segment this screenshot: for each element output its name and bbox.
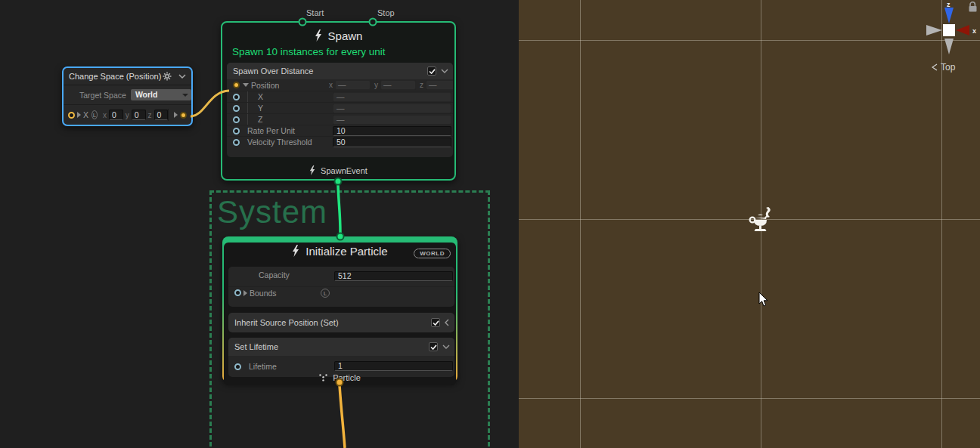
position-row: Position x — y — z — [227, 79, 453, 91]
initialize-output-port[interactable] [336, 378, 344, 387]
position-z-row: Z — [227, 113, 453, 125]
y-input-port[interactable] [233, 105, 240, 112]
chevron-down-icon[interactable] [442, 344, 450, 350]
grid-line [519, 40, 980, 41]
divider [168, 109, 169, 121]
gizmo-z-axis-cone[interactable] [944, 8, 954, 23]
bounds-row: Bounds L [228, 286, 454, 298]
initialize-input-port[interactable] [336, 233, 345, 241]
gizmo-down-cone[interactable] [944, 39, 954, 54]
capacity-field[interactable]: 512 [334, 271, 453, 281]
capacity-row: Capacity 512 [228, 267, 454, 279]
expand-caret-icon[interactable] [77, 112, 81, 118]
gizmo-left-cone[interactable] [926, 25, 942, 36]
view-mode-label[interactable]: Top [932, 62, 955, 73]
dropdown-arrow-icon [182, 94, 188, 97]
position-x-row: X — [227, 91, 453, 102]
gizmo-center-cube[interactable] [943, 24, 955, 36]
scene-viewport[interactable]: z x Top [519, 0, 980, 448]
chevron-left-icon[interactable] [445, 319, 450, 326]
target-space-label: Target Space [79, 91, 126, 100]
change-space-title-bar[interactable]: Change Space (Position) [64, 68, 191, 85]
collapse-chevron-icon[interactable] [178, 74, 186, 79]
block-header[interactable]: Spawn Over Distance [227, 63, 453, 79]
gizmo-x-axis-cone[interactable] [956, 25, 969, 36]
y-field[interactable]: — [333, 104, 451, 113]
output-caret-icon [174, 112, 178, 118]
velocity-threshold-row: Velocity Threshold 50 [227, 136, 453, 147]
visual-effect-gizmo-icon[interactable] [747, 205, 775, 234]
position-input-port[interactable] [68, 112, 75, 119]
block-enabled-checkbox[interactable] [429, 342, 438, 351]
z-input-port[interactable] [233, 116, 240, 123]
initialize-particle-node[interactable]: Initialize Particle WORLD Capacity 512 B… [222, 236, 457, 382]
rate-label: Rate Per Unit [247, 126, 295, 135]
change-space-node[interactable]: Change Space (Position) Target Space Wor… [62, 66, 193, 126]
view-mode-text: Top [941, 62, 955, 73]
indent-line [247, 103, 248, 113]
velocity-input-port[interactable] [233, 139, 240, 146]
lifetime-label: Lifetime [249, 362, 277, 371]
block-header[interactable]: Inherit Source Position (Set) [228, 313, 454, 332]
z-field[interactable]: — [333, 115, 451, 125]
start-flow-port[interactable] [299, 18, 307, 26]
position-y-field[interactable]: — [380, 80, 416, 90]
set-lifetime-block[interactable]: Set Lifetime Lifetime 1 [228, 338, 454, 377]
indent-line [247, 114, 248, 125]
expand-caret-icon[interactable] [243, 83, 249, 87]
bounds-label: Bounds [250, 289, 277, 298]
axis-x-label: x [103, 111, 107, 119]
expand-caret-icon[interactable] [243, 290, 247, 296]
bounds-input-port[interactable] [234, 289, 241, 296]
space-world-badge[interactable]: WORLD [414, 249, 451, 258]
target-space-value: World [135, 90, 158, 99]
x-value-field[interactable]: 0 [109, 110, 123, 120]
spawn-event-label: SpawnEvent [321, 166, 368, 175]
block-enabled-checkbox[interactable] [431, 318, 440, 327]
bounds-space-toggle[interactable]: L [321, 289, 330, 298]
spawn-subtitle: Spawn 10 instances for every unit [222, 45, 454, 61]
inherit-source-position-block[interactable]: Inherit Source Position (Set) [228, 313, 454, 332]
lifetime-field[interactable]: 1 [334, 361, 453, 371]
stop-flow-port[interactable] [369, 18, 377, 26]
rate-field[interactable]: 10 [333, 126, 451, 136]
spawn-title-bar[interactable]: Spawn [222, 26, 454, 45]
block-enabled-checkbox[interactable] [427, 66, 436, 76]
position-output-port[interactable] [180, 112, 187, 119]
axis-z-label: z [148, 111, 152, 119]
spawn-event-output-port[interactable] [334, 178, 343, 186]
position-port-connected[interactable] [233, 82, 240, 88]
velocity-label: Velocity Threshold [247, 137, 312, 147]
initialize-title: Initialize Particle [305, 245, 387, 258]
spawn-title: Spawn [328, 29, 363, 42]
change-space-ports-row: X L x 0 y 0 z 0 [64, 105, 191, 125]
system-group-label: System [217, 194, 327, 230]
input-port-label: X [83, 110, 88, 119]
target-space-dropdown[interactable]: World [131, 89, 191, 100]
gear-icon[interactable] [163, 72, 172, 81]
lifetime-row: Lifetime 1 [228, 358, 454, 375]
z-value-field[interactable]: 0 [154, 110, 169, 120]
chevron-down-icon[interactable] [441, 69, 448, 74]
vfx-graph-editor: System Change Space (Position) Target Sp… [0, 0, 980, 448]
lock-icon[interactable] [969, 2, 977, 12]
position-z-field[interactable]: — [426, 80, 453, 90]
rate-input-port[interactable] [233, 128, 240, 134]
gizmo-x-label: x [972, 27, 976, 35]
lifetime-input-port[interactable] [234, 363, 241, 370]
position-y-row: Y — [227, 102, 453, 113]
graph-canvas[interactable]: System Change Space (Position) Target Sp… [0, 0, 519, 448]
spawn-over-distance-block[interactable]: Spawn Over Distance Position x — y — z — [227, 63, 453, 157]
velocity-field[interactable]: 50 [333, 137, 451, 147]
position-x-field[interactable]: — [335, 80, 371, 90]
x-input-port[interactable] [233, 94, 240, 100]
space-local-toggle[interactable]: L [91, 110, 98, 119]
mouse-cursor [758, 292, 769, 307]
block-header[interactable]: Set Lifetime [228, 338, 454, 356]
lightning-icon [315, 29, 322, 42]
spawn-context-node[interactable]: Spawn Spawn 10 instances for every unit … [221, 21, 456, 181]
x-field[interactable]: — [333, 92, 451, 102]
grid-line [519, 398, 980, 399]
y-value-field[interactable]: 0 [132, 110, 146, 120]
capacity-label: Capacity [259, 270, 290, 280]
